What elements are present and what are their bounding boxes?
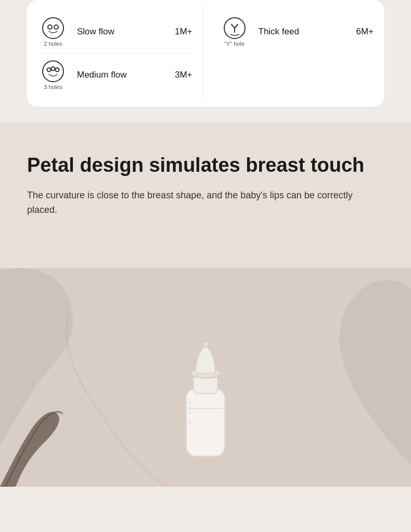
slow-flow-name: Slow flow (77, 26, 171, 37)
svg-point-1 (48, 25, 52, 29)
svg-point-4 (47, 68, 51, 72)
svg-rect-15 (188, 408, 223, 409)
svg-line-8 (232, 24, 235, 28)
thick-feed-age: 6M+ (356, 27, 374, 37)
slow-flow-age: 1M+ (175, 27, 192, 37)
petal-title: Petal design simulates breast touch (27, 154, 384, 178)
nipple-type-card: 2 holes Slow flow 1M+ 3 holes (27, 0, 384, 107)
right-curve-decoration (265, 278, 411, 487)
three-holes-label: 3 holes (44, 84, 62, 90)
medium-flow-age: 3M+ (175, 70, 192, 80)
thick-feed-row: "Y" hole Thick feed 6M+ (219, 10, 374, 53)
petal-section: Petal design simulates breast touch The … (0, 122, 411, 268)
two-holes-icon (42, 17, 65, 40)
svg-line-9 (235, 24, 238, 28)
card-left-column: 2 holes Slow flow 1M+ 3 holes (27, 5, 203, 102)
image-section (0, 268, 411, 487)
petal-description: The curvature is close to the breast sha… (27, 188, 381, 218)
medium-flow-row: 3 holes Medium flow 3M+ (37, 54, 192, 96)
svg-point-2 (54, 25, 58, 29)
y-hole-icon-wrap: "Y" hole (219, 17, 250, 47)
medium-flow-name: Medium flow (77, 69, 171, 81)
svg-point-14 (202, 341, 208, 347)
product-illustration (153, 331, 258, 466)
svg-point-5 (52, 67, 55, 71)
two-holes-icon-wrap: 2 holes (37, 17, 69, 47)
card-right-column: "Y" hole Thick feed 6M+ (203, 5, 384, 102)
svg-point-3 (43, 61, 63, 82)
y-hole-label: "Y" hole (224, 41, 245, 47)
svg-point-6 (56, 68, 59, 72)
baby-arm-left (0, 383, 94, 487)
svg-point-0 (43, 18, 63, 39)
slow-flow-row: 2 holes Slow flow 1M+ (37, 10, 192, 54)
three-holes-icon-wrap: 3 holes (37, 60, 69, 90)
three-holes-icon (42, 60, 65, 83)
y-hole-icon (223, 17, 246, 40)
two-holes-label: 2 holes (44, 41, 62, 47)
top-section: 2 holes Slow flow 1M+ 3 holes (0, 0, 411, 122)
thick-feed-name: Thick feed (259, 26, 352, 37)
